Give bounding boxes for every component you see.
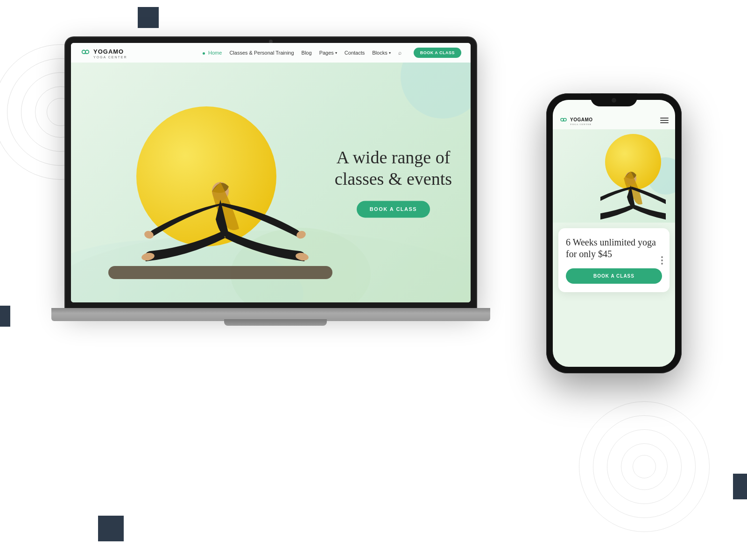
laptop-device: YOGAMO YOGA CENTER Home Classes & Person… [65,37,486,355]
decor-square-1 [138,7,159,28]
dot-2 [661,259,663,261]
phone-book-button[interactable]: BOOK A CLASS [566,268,662,284]
decor-square-2 [0,306,10,327]
nav-pages[interactable]: Pages ▾ [319,50,337,56]
main-scene: YOGAMO YOGA CENTER Home Classes & Person… [65,37,682,504]
svg-point-1 [85,50,89,54]
phone-screen: YOGAMO YOGA CENTER [553,100,675,367]
logo-icon [80,48,91,58]
phone-logo-text: YOGAMO YOGA CENTER [570,115,593,126]
svg-point-11 [564,118,566,121]
phone-offer-heading: 6 Weeks unlimited yoga for only $45 [566,237,662,260]
phone-notch [591,93,637,106]
nav-links: Home Classes & Personal Training Blog Pa… [203,48,461,58]
logo-name: YOGAMO [93,48,124,55]
hero-book-button[interactable]: BOOK A CLASS [357,201,430,218]
logo-subtitle: YOGA CENTER [93,56,127,59]
hero-section: A wide range of classes & events BOOK A … [71,63,471,302]
svg-point-10 [561,118,564,121]
hero-text: A wide range of classes & events BOOK A … [335,147,452,217]
svg-point-0 [82,50,85,54]
dot-3 [661,263,663,265]
laptop-foot [224,319,327,326]
laptop-screen: YOGAMO YOGA CENTER Home Classes & Person… [71,43,471,302]
laptop-frame: YOGAMO YOGA CENTER Home Classes & Person… [65,37,476,308]
blocks-caret-icon: ▾ [389,51,391,55]
nav-blog[interactable]: Blog [302,50,312,56]
phone-camera [612,98,616,103]
nav-home[interactable]: Home [203,50,222,56]
dot-1 [661,256,663,258]
phone-offer-card: 6 Weeks unlimited yoga for only $45 BOOK… [558,228,669,292]
active-dot [203,52,205,55]
phone-logo: YOGAMO YOGA CENTER [559,115,593,126]
nav-contacts[interactable]: Contacts [345,50,365,56]
search-icon[interactable]: ⌕ [398,49,402,56]
phone-device: YOGAMO YOGA CENTER [546,93,682,373]
decor-square-5 [733,474,747,499]
pages-caret-icon: ▾ [335,51,337,55]
yoga-figure-area [99,92,342,293]
nav-book-button[interactable]: BOOK A CLASS [414,48,461,58]
hero-blob-topright [401,63,471,119]
phone-hero-section [553,129,675,223]
phone-frame: YOGAMO YOGA CENTER [546,93,682,373]
nav-classes[interactable]: Classes & Personal Training [229,50,294,56]
phone-logo-name: YOGAMO [570,117,593,122]
yoga-person-svg [127,121,323,280]
site-logo: YOGAMO YOGA CENTER [80,47,127,59]
decor-square-4 [98,516,124,541]
nav-blocks[interactable]: Blocks ▾ [372,50,390,56]
hamburger-line-2 [660,120,669,121]
phone-yoga-person-svg [600,148,666,223]
phone-logo-subtitle: YOGA CENTER [570,123,593,126]
hamburger-menu-button[interactable] [660,118,669,123]
hero-heading: A wide range of classes & events [335,147,452,189]
hamburger-line-3 [660,122,669,123]
site-navigation: YOGAMO YOGA CENTER Home Classes & Person… [71,43,471,63]
logo-text: YOGAMO YOGA CENTER [93,47,127,59]
hamburger-line-1 [660,118,669,119]
phone-logo-icon [559,116,568,125]
more-options-icon[interactable] [661,256,663,265]
